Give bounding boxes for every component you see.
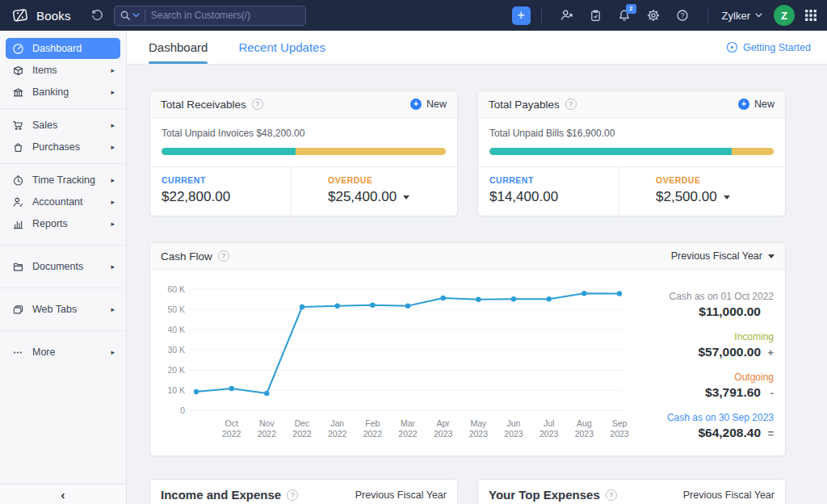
chevron-right-icon: ▸	[111, 262, 115, 271]
receivables-current-value: $22,800.00	[162, 189, 230, 205]
svg-text:2023: 2023	[434, 429, 453, 439]
cash-flow-period-filter[interactable]: Previous Fiscal Year	[671, 250, 775, 262]
tab-dashboard[interactable]: Dashboard	[149, 31, 208, 64]
apps-grid-icon[interactable]	[804, 9, 817, 22]
income-expense-period-filter[interactable]: Previous Fiscal Year	[355, 489, 447, 501]
svg-text:Jun: Jun	[507, 418, 521, 428]
chevron-down-icon	[755, 13, 762, 18]
help-icon[interactable]: ?	[606, 489, 617, 501]
tasks-clipboard-icon[interactable]	[589, 9, 602, 23]
search-scope-chevron-down-icon[interactable]	[132, 13, 140, 18]
chevron-right-icon: ▸	[111, 121, 115, 129]
caret-down-icon[interactable]	[724, 195, 730, 200]
sidebar-divider	[0, 163, 126, 164]
cash-flow-title: Cash Flow	[161, 250, 212, 262]
referral-user-icon[interactable]	[560, 8, 574, 23]
web-tabs-icon	[12, 304, 24, 316]
sidebar-item-label: Banking	[32, 86, 111, 98]
payables-progress-current	[489, 148, 732, 155]
svg-text:2022: 2022	[258, 429, 277, 439]
chevron-right-icon: ▸	[111, 348, 115, 356]
sidebar-item-web-tabs[interactable]: Web Tabs▸	[6, 299, 120, 320]
sidebar-item-label: More	[32, 346, 111, 358]
sidebar-item-items[interactable]: Items▸	[6, 60, 120, 81]
notification-count-badge: 2	[626, 4, 636, 14]
payables-new-button[interactable]: + New	[738, 99, 775, 110]
svg-text:10 K: 10 K	[167, 385, 185, 395]
global-search	[114, 6, 306, 26]
sales-cart-icon	[12, 120, 24, 132]
main-area: Dashboard Recent Updates Getting Started…	[127, 31, 827, 504]
help-icon[interactable]: ?	[218, 250, 229, 262]
ellipsis-icon	[12, 346, 24, 359]
svg-text:40 K: 40 K	[167, 325, 185, 334]
sidebar-divider	[0, 108, 126, 109]
zoho-books-app: Books +	[0, 0, 827, 504]
sidebar-item-reports[interactable]: Reports▸	[6, 213, 120, 234]
sidebar-item-banking[interactable]: Banking▸	[6, 82, 120, 103]
sidebar-item-label: Dashboard	[32, 43, 115, 54]
help-icon[interactable]: ?	[252, 99, 263, 110]
tab-recent-updates[interactable]: Recent Updates	[238, 31, 325, 64]
receivables-title: Total Receivables	[161, 99, 246, 111]
sidebar-collapse-button[interactable]: ‹	[0, 484, 126, 504]
payables-summary: Total Unpaid Bills $16,900.00	[489, 128, 774, 139]
chevron-right-icon: ▸	[111, 198, 115, 206]
income-expense-title: Income and Expense	[161, 488, 281, 502]
search-input[interactable]	[151, 10, 300, 21]
payables-current-col: CURRENT $14,400.00	[478, 167, 619, 216]
help-icon[interactable]: ?	[565, 99, 577, 110]
receivables-new-button[interactable]: + New	[410, 99, 447, 110]
closing-balance-link[interactable]: Cash as on 30 Sep 2023	[630, 412, 774, 423]
sidebar-item-documents[interactable]: Documents▸	[6, 256, 120, 277]
payables-overdue-value: $2,500.00	[656, 189, 717, 205]
chevron-right-icon: ▸	[111, 66, 115, 74]
page-tabs: Dashboard Recent Updates Getting Started	[127, 31, 827, 65]
svg-text:May: May	[470, 418, 487, 428]
chevron-right-icon: ▸	[111, 176, 115, 184]
svg-text:60 K: 60 K	[167, 284, 185, 294]
reports-bars-icon	[12, 218, 24, 230]
user-avatar[interactable]: Z	[774, 5, 795, 26]
svg-text:Dec: Dec	[295, 418, 310, 428]
svg-text:Nov: Nov	[259, 418, 275, 428]
svg-text:Feb: Feb	[365, 418, 380, 428]
caret-down-icon[interactable]	[403, 195, 409, 200]
payables-overdue-col: OVERDUE $2,500.00	[619, 167, 785, 216]
svg-text:Mar: Mar	[401, 418, 416, 428]
sidebar-item-dashboard[interactable]: Dashboard	[6, 38, 120, 59]
quick-create-add-icon[interactable]: +	[512, 6, 531, 25]
sidebar-item-label: Time Tracking	[32, 174, 111, 186]
settings-gear-icon[interactable]	[646, 8, 661, 23]
caret-down-icon	[768, 254, 775, 258]
sidebar-item-accountant[interactable]: Accountant▸	[6, 191, 120, 212]
sidebar-item-more[interactable]: More▸	[6, 342, 120, 363]
sidebar-item-time-tracking[interactable]: Time Tracking▸	[6, 170, 120, 191]
collapse-chevron-left-icon: ‹	[61, 488, 65, 502]
bank-icon	[12, 86, 24, 99]
dashboard-content: Total Receivables ? + New Total Unpaid I…	[127, 65, 827, 504]
sidebar-item-purchases[interactable]: Purchases▸	[6, 136, 120, 158]
getting-started-link[interactable]: Getting Started	[726, 31, 811, 64]
payables-current-value: $14,400.00	[489, 189, 558, 205]
top-expenses-period-filter[interactable]: Previous Fiscal Year	[683, 489, 775, 501]
svg-text:2023: 2023	[539, 429, 559, 439]
org-selector[interactable]: Zylker	[722, 10, 762, 22]
help-icon[interactable]: ?	[287, 489, 298, 501]
payables-title: Total Payables	[489, 99, 560, 111]
svg-text:2022: 2022	[328, 429, 347, 439]
sidebar-item-sales[interactable]: Sales▸	[6, 115, 120, 136]
total-receivables-card: Total Receivables ? + New Total Unpaid I…	[149, 90, 458, 216]
svg-text:?: ?	[680, 11, 684, 19]
accountant-person-icon	[12, 196, 24, 208]
play-circle-icon	[726, 41, 738, 53]
receivables-progress-current	[162, 148, 296, 155]
app-logo[interactable]: Books	[11, 6, 71, 24]
sidebar-divider	[0, 288, 126, 288]
svg-text:Apr: Apr	[436, 418, 450, 428]
help-icon[interactable]: ?	[675, 8, 690, 23]
svg-text:2022: 2022	[292, 429, 312, 439]
history-icon[interactable]	[90, 9, 104, 23]
notifications-bell-icon[interactable]: 2	[617, 8, 632, 23]
outgoing-row: Outgoing $3,791.60-	[630, 372, 774, 400]
